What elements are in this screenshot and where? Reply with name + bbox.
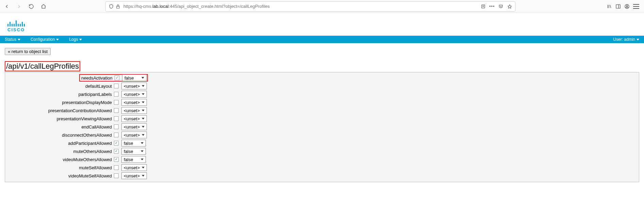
user-label: User: admin — [613, 37, 635, 42]
form-row: presentationViewingAllowed<unset> — [5, 115, 639, 123]
lock-icon — [115, 4, 121, 9]
svg-point-11 — [626, 5, 628, 6]
include-checkbox[interactable] — [114, 124, 119, 129]
form-row: videoMuteSelfAllowed<unset> — [5, 172, 639, 180]
form-panel: needsActivation✓falsedefaultLayout<unset… — [5, 72, 639, 182]
reload-button[interactable] — [27, 2, 36, 11]
field-label: videoMuteOthersAllowed — [5, 157, 114, 162]
form-row: disconnectOthersAllowed<unset> — [5, 131, 639, 139]
nav-label: Configuration — [31, 37, 55, 42]
more-icon[interactable]: ••• — [489, 4, 495, 9]
highlight-box: needsActivation✓false — [79, 74, 148, 82]
cisco-bars-icon — [7, 19, 637, 27]
pocket-icon[interactable] — [498, 4, 504, 9]
field-label: muteSelfAllowed — [5, 165, 114, 170]
nav-label: Logs — [69, 37, 78, 42]
home-button[interactable] — [39, 2, 48, 11]
field-label: endCallAllowed — [5, 124, 114, 130]
svg-rect-8 — [616, 4, 620, 8]
field-label: presentationContributionAllowed — [5, 108, 114, 113]
nav-user[interactable]: User: admin — [613, 37, 639, 42]
value-select[interactable]: false — [121, 148, 146, 155]
value-select[interactable]: false — [122, 74, 147, 81]
forward-button[interactable] — [14, 2, 24, 11]
api-path-title: /api/v1/callLegProfiles — [5, 61, 80, 71]
include-checkbox[interactable] — [114, 165, 119, 170]
include-checkbox[interactable]: ✓ — [114, 157, 119, 162]
field-label: defaultLayout — [5, 84, 114, 89]
library-icon[interactable] — [607, 4, 612, 9]
account-icon[interactable] — [624, 4, 630, 9]
chevron-down-icon — [18, 39, 20, 40]
form-row: endCallAllowed<unset> — [5, 123, 639, 131]
field-label: muteOthersAllowed — [5, 149, 114, 154]
return-button[interactable]: « return to object list — [5, 48, 51, 55]
bookmark-star-icon[interactable] — [507, 4, 512, 9]
chevron-down-icon — [637, 39, 639, 40]
field-label: videoMuteSelfAllowed — [5, 173, 114, 178]
nav-logs[interactable]: Logs — [69, 37, 82, 42]
toolbar-right — [607, 4, 639, 9]
include-checkbox[interactable] — [114, 116, 119, 121]
field-label: addParticipantAllowed — [5, 141, 114, 146]
include-checkbox[interactable]: ✓ — [115, 75, 119, 80]
field-label: presentationDisplayMode — [5, 100, 114, 105]
svg-marker-4 — [508, 4, 512, 8]
form-row: videoMuteOthersAllowed✓false — [5, 155, 639, 164]
form-row: muteOthersAllowed✓false — [5, 147, 639, 155]
browser-toolbar: https://hq-cms.lab.local:445/api_object_… — [0, 0, 644, 13]
chevron-down-icon — [56, 39, 59, 40]
value-select[interactable]: <unset> — [121, 132, 147, 138]
field-label: disconnectOthersAllowed — [5, 133, 114, 138]
include-checkbox[interactable]: ✓ — [114, 149, 119, 154]
page-content: « return to object list /api/v1/callLegP… — [0, 43, 644, 187]
menu-icon[interactable] — [633, 4, 639, 9]
value-select[interactable]: <unset> — [121, 91, 147, 98]
value-select[interactable]: <unset> — [121, 83, 147, 89]
shield-icon — [108, 4, 114, 9]
value-select[interactable]: <unset> — [121, 107, 147, 114]
form-row: participantLabels<unset> — [5, 90, 639, 98]
field-label: needsActivation — [81, 75, 115, 81]
form-row: presentationContributionAllowed<unset> — [5, 106, 639, 115]
form-row: addParticipantAllowed✓false — [5, 139, 639, 147]
include-checkbox[interactable] — [114, 133, 119, 137]
sidebar-icon[interactable] — [615, 4, 621, 9]
svg-rect-0 — [117, 6, 119, 8]
value-select[interactable]: <unset> — [121, 115, 147, 122]
svg-line-7 — [610, 5, 611, 8]
value-select[interactable]: false — [121, 156, 146, 163]
form-row: defaultLayout<unset> — [5, 82, 639, 90]
reader-icon[interactable] — [480, 4, 486, 9]
field-label: presentationViewingAllowed — [5, 116, 114, 121]
nav-configuration[interactable]: Configuration — [31, 37, 59, 42]
url-text: https://hq-cms.lab.local:445/api_object_… — [123, 4, 478, 9]
value-select[interactable]: <unset> — [121, 99, 147, 106]
brand-logo: CISCO — [0, 13, 644, 36]
url-bar[interactable]: https://hq-cms.lab.local:445/api_object_… — [105, 1, 515, 12]
field-label: participantLabels — [5, 92, 114, 97]
include-checkbox[interactable] — [114, 92, 119, 97]
include-checkbox[interactable] — [114, 84, 119, 88]
include-checkbox[interactable]: ✓ — [114, 141, 119, 145]
value-select[interactable]: <unset> — [121, 123, 147, 130]
nav-label: Status — [5, 37, 16, 42]
include-checkbox[interactable] — [114, 100, 119, 105]
value-select[interactable]: <unset> — [121, 164, 147, 171]
form-row: presentationDisplayMode<unset> — [5, 98, 639, 106]
back-button[interactable] — [2, 2, 12, 11]
include-checkbox[interactable] — [114, 108, 119, 113]
include-checkbox[interactable] — [114, 173, 119, 178]
value-select[interactable]: false — [121, 140, 146, 147]
form-row: muteSelfAllowed<unset> — [5, 164, 639, 172]
form-row: needsActivation✓false — [5, 74, 639, 82]
value-select[interactable]: <unset> — [121, 172, 147, 179]
brand-name: CISCO — [7, 27, 637, 32]
nav-status[interactable]: Status — [5, 37, 20, 42]
chevron-down-icon — [79, 39, 82, 40]
top-nav: Status Configuration Logs User: admin — [0, 36, 644, 43]
